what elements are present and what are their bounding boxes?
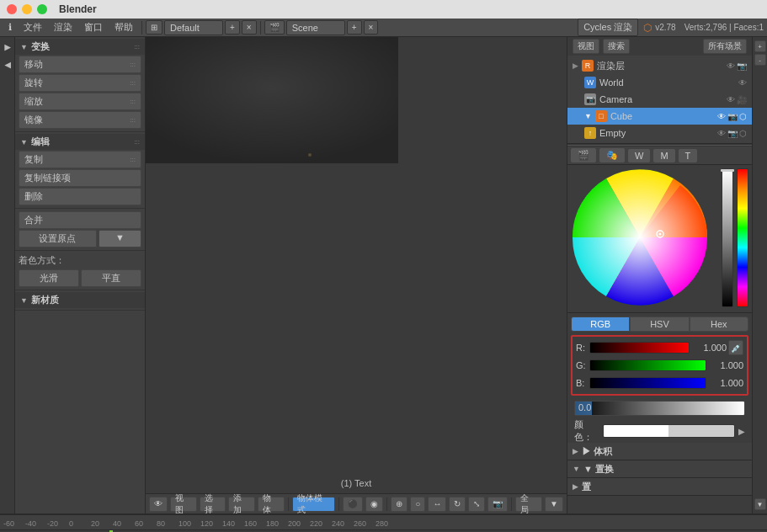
move-button[interactable]: 移动 ::: bbox=[19, 56, 141, 73]
empty-camera[interactable]: 📷 bbox=[727, 129, 738, 138]
material-header[interactable]: ▼ 新材质 bbox=[15, 292, 145, 308]
cube-render[interactable]: ⬡ bbox=[739, 112, 747, 121]
renderlayer-camera[interactable]: 📷 bbox=[737, 61, 747, 71]
set-origin-button[interactable]: 设置原点 bbox=[19, 230, 97, 247]
b-fill bbox=[590, 378, 706, 388]
outliner-item-cube[interactable]: ▼ □ Cube 👁 📷 ⬡ bbox=[567, 108, 752, 125]
menu-window[interactable]: 窗口 bbox=[79, 19, 108, 35]
scene-dropdown[interactable]: Scene bbox=[286, 20, 345, 35]
color-tab-hsv[interactable]: HSV bbox=[630, 317, 689, 332]
prop-tab-scene[interactable]: 🎭 bbox=[599, 148, 625, 162]
volume-header[interactable]: ▶ ▶ 体积 bbox=[567, 443, 752, 460]
merge-button[interactable]: 合并 bbox=[19, 211, 141, 229]
vt-shading[interactable]: ◉ bbox=[365, 497, 383, 512]
menu-render[interactable]: 渲染 bbox=[49, 19, 77, 35]
world-eye[interactable]: 👁 bbox=[738, 78, 747, 88]
b-slider[interactable] bbox=[589, 377, 706, 389]
ri-2[interactable]: - bbox=[754, 54, 766, 66]
outliner-item-renderlayer[interactable]: ▶ R 渲染层 👁 📷 bbox=[567, 57, 752, 74]
search-tab[interactable]: 搜索 bbox=[603, 39, 630, 54]
renderlayer-eye[interactable]: 👁 bbox=[727, 61, 735, 71]
vt-scale[interactable]: ⤡ bbox=[468, 497, 485, 512]
prop-tab-material[interactable]: M bbox=[653, 149, 674, 162]
ri-1[interactable]: + bbox=[754, 40, 766, 52]
close-button[interactable] bbox=[7, 4, 17, 14]
prop-tab-texture[interactable]: T bbox=[679, 149, 698, 162]
vt-move[interactable]: ↔ bbox=[428, 497, 446, 512]
scene-icon[interactable]: 🎬 bbox=[264, 20, 285, 35]
hue-strip[interactable] bbox=[737, 168, 748, 307]
r-slider[interactable] bbox=[589, 342, 690, 354]
outliner-item-world[interactable]: W World 👁 bbox=[567, 74, 752, 91]
view-tab[interactable]: 视图 bbox=[573, 39, 599, 54]
displacement-section: ▼ ▼ 置换 bbox=[567, 460, 752, 478]
vt-add[interactable]: 添加 bbox=[228, 497, 255, 512]
vt-mode[interactable]: 物体模式 bbox=[292, 497, 335, 512]
smooth-button[interactable]: 光滑 bbox=[19, 269, 79, 287]
layout-preset[interactable]: Default bbox=[164, 20, 223, 35]
all-scenes-btn[interactable]: 所有场景 bbox=[703, 39, 747, 54]
rotate-button[interactable]: 旋转 ::: bbox=[19, 74, 141, 92]
extra-header[interactable]: ▶ 置 bbox=[567, 478, 752, 495]
vt-render-icon[interactable]: ⚫ bbox=[343, 497, 363, 512]
minimize-button[interactable] bbox=[22, 4, 32, 14]
ruler-280: 280 bbox=[376, 519, 388, 528]
vt-view[interactable]: 视图 bbox=[170, 497, 197, 512]
ruler-80: 80 bbox=[157, 519, 165, 528]
left-vtab1[interactable]: ◀ bbox=[2, 40, 13, 56]
vt-camera[interactable]: 📷 bbox=[487, 497, 508, 512]
layout-icon[interactable]: ⊞ bbox=[146, 20, 162, 35]
camera-eye[interactable]: 👁 bbox=[727, 95, 735, 104]
camera-extra[interactable]: 🎥 bbox=[737, 95, 747, 104]
color-wheel-svg[interactable] bbox=[571, 168, 710, 307]
displacement-header[interactable]: ▼ ▼ 置换 bbox=[567, 460, 752, 477]
empty-eye[interactable]: 👁 bbox=[717, 129, 726, 138]
mirror-button[interactable]: 镜像 ::: bbox=[19, 111, 141, 129]
color-mode-tabs: RGB HSV Hex bbox=[571, 317, 748, 332]
add-scene-btn[interactable]: + bbox=[347, 20, 362, 35]
delete-button[interactable]: 删除 bbox=[19, 188, 141, 205]
engine-dropdown[interactable]: Cycles 渲染 bbox=[578, 19, 638, 36]
cube-camera[interactable]: 📷 bbox=[727, 112, 738, 121]
left-vtab2[interactable]: ▶ bbox=[2, 58, 13, 74]
eyedrop-btn[interactable]: 💉 bbox=[728, 340, 743, 355]
vt-global[interactable]: 全局 bbox=[515, 497, 542, 512]
transform-section: ▼ 变换 ::: 移动 ::: 旋转 ::: 缩放 ::: 镜像 ::: bbox=[15, 37, 145, 132]
copy-link-button[interactable]: 复制链接项 bbox=[19, 169, 141, 187]
maximize-button[interactable] bbox=[37, 4, 47, 14]
color-tab-rgb[interactable]: RGB bbox=[571, 317, 630, 332]
alpha-slider[interactable]: 0.0 bbox=[574, 401, 745, 416]
vt-rotate[interactable]: ↻ bbox=[449, 497, 466, 512]
vt-select[interactable]: 选择 bbox=[200, 497, 226, 512]
menu-help[interactable]: 帮助 bbox=[109, 19, 138, 35]
flat-button[interactable]: 平直 bbox=[81, 269, 141, 287]
prop-tab-world[interactable]: W bbox=[628, 149, 650, 162]
edit-header[interactable]: ▼ 编辑 ::: bbox=[15, 134, 145, 150]
menu-file[interactable]: 文件 bbox=[19, 19, 47, 35]
transform-header[interactable]: ▼ 变换 ::: bbox=[15, 39, 145, 55]
outliner-item-camera[interactable]: 📷 Camera 👁 🎥 bbox=[567, 91, 752, 108]
close-layout-btn[interactable]: × bbox=[242, 20, 257, 35]
color-output-arrow[interactable]: ▶ bbox=[738, 427, 745, 436]
shading-section: 着色方式： 光滑 平直 bbox=[15, 251, 145, 290]
brightness-strip[interactable] bbox=[722, 168, 733, 307]
vt-icon[interactable]: 👁 bbox=[149, 497, 168, 512]
prop-tab-render[interactable]: 🎬 bbox=[571, 148, 596, 162]
vt-snap[interactable]: ⊕ bbox=[391, 497, 407, 512]
color-swatch[interactable] bbox=[603, 424, 735, 438]
outliner-item-empty[interactable]: ↑ Empty 👁 📷 ⬡ bbox=[567, 125, 752, 141]
cube-eye[interactable]: 👁 bbox=[717, 112, 726, 121]
vt-global-dropdown[interactable]: ▼ bbox=[545, 497, 563, 512]
viewport[interactable]: 用户视图（透视） bbox=[146, 37, 567, 513]
origin-dropdown[interactable]: ▼ bbox=[99, 230, 141, 247]
g-slider[interactable] bbox=[589, 359, 706, 371]
vt-prop[interactable]: ○ bbox=[410, 497, 425, 512]
scale-button[interactable]: 缩放 ::: bbox=[19, 93, 141, 110]
copy-button[interactable]: 复制 ::: bbox=[19, 151, 141, 168]
ri-3[interactable]: ▼ bbox=[754, 498, 766, 510]
close-scene-btn[interactable]: × bbox=[364, 20, 379, 35]
empty-render[interactable]: ⬡ bbox=[739, 129, 747, 138]
vt-object[interactable]: 物体 bbox=[258, 497, 285, 512]
color-tab-hex[interactable]: Hex bbox=[690, 317, 748, 332]
add-layout-btn[interactable]: + bbox=[225, 20, 240, 35]
